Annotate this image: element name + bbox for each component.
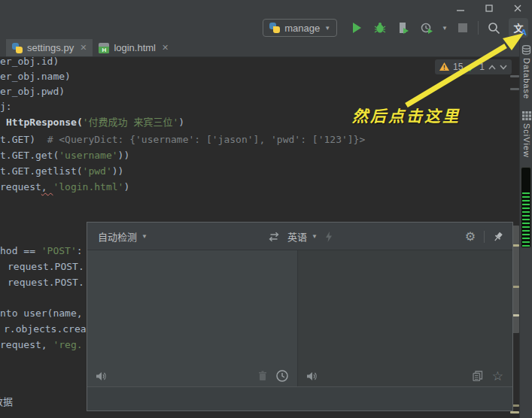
minimize-button[interactable] <box>446 0 475 17</box>
speaker-icon[interactable] <box>96 371 108 381</box>
translation-popup-body: ☆ <box>87 250 512 388</box>
search-everywhere-button[interactable] <box>485 20 502 36</box>
tab-settings-py[interactable]: settings.py ✕ <box>6 39 93 56</box>
history-clock-icon[interactable] <box>276 370 288 382</box>
result-pane-toolbar: ☆ <box>298 367 512 385</box>
copy-icon[interactable] <box>473 371 483 381</box>
close-button[interactable] <box>503 0 532 17</box>
run-with-coverage-button[interactable] <box>395 20 412 36</box>
tab-label: settings.py <box>27 42 74 53</box>
tab-login-html[interactable]: H login.html ✕ <box>93 39 175 56</box>
translation-popup-footer <box>87 386 512 410</box>
check-count: 1 <box>479 62 485 72</box>
speaker-icon[interactable] <box>307 371 318 381</box>
code-line: er_obj.name) <box>0 71 71 83</box>
pin-icon[interactable] <box>493 232 503 242</box>
stop-button[interactable] <box>454 20 471 36</box>
minimize-icon <box>457 5 464 12</box>
run-icon <box>353 23 361 33</box>
check-icon <box>467 63 476 71</box>
python-file-icon <box>12 43 23 53</box>
tool-window-label: Database <box>522 58 531 99</box>
bug-icon <box>374 22 386 34</box>
code-line: er_obj.id) <box>0 56 59 68</box>
code-line: 数据 <box>0 396 13 408</box>
scrollbar-mark <box>510 75 519 77</box>
target-language-select[interactable]: 英语 ▼ <box>287 229 318 244</box>
tool-window-database[interactable]: Database <box>520 45 532 99</box>
code-line: request, 'reg. <box>0 339 83 351</box>
swap-languages-icon[interactable] <box>268 232 280 242</box>
tool-window-stripe: Database SciView <box>519 39 532 418</box>
code-line: nto user(name, <box>0 307 83 320</box>
code-line: request.POST. <box>8 261 84 273</box>
grid-icon <box>522 111 531 120</box>
translation-popup-header: 自动检测 ▼ 英语 ▼ ⚙ <box>87 223 512 250</box>
source-language-select[interactable]: 自动检测 ▼ <box>98 229 147 244</box>
run-configuration-select[interactable]: manage ▼ <box>263 19 337 37</box>
code-line: t.GET) # <QueryDict: {'username': ['jaso… <box>0 134 365 146</box>
title-bar <box>0 0 532 17</box>
tool-window-label: SciView <box>522 123 531 158</box>
code-line: t.GET.get('username')) <box>0 150 129 162</box>
code-line: r.objects.creat <box>4 323 92 335</box>
code-line: t.GET.getlist('pwd')) <box>0 165 123 177</box>
favorite-star-icon[interactable]: ☆ <box>492 370 503 383</box>
code-line: er_obj.pwd) <box>0 86 65 98</box>
source-text-pane[interactable] <box>87 250 298 388</box>
source-language-label: 自动检测 <box>98 229 137 244</box>
translate-button[interactable]: 文 A <box>509 18 528 38</box>
close-tab-icon[interactable]: ✕ <box>162 43 169 53</box>
language-switch-group: 英语 ▼ <box>268 223 333 250</box>
warning-count: 15 <box>453 62 463 72</box>
close-icon <box>514 5 521 12</box>
warning-icon <box>439 62 449 71</box>
result-text-pane: ☆ <box>298 250 512 388</box>
code-line: request.POST. <box>8 277 84 289</box>
translate-a-icon: A <box>521 28 527 37</box>
html-file-icon: H <box>99 43 109 53</box>
activity-meter-bars <box>522 192 530 247</box>
database-icon <box>521 45 531 55</box>
profile-chevron-down-icon[interactable]: ▼ <box>442 25 448 32</box>
source-pane-toolbar <box>87 367 297 385</box>
trash-icon[interactable] <box>258 371 267 381</box>
scrollbar-mark <box>510 88 519 90</box>
close-tab-icon[interactable]: ✕ <box>80 43 87 53</box>
settings-gear-icon[interactable]: ⚙ <box>465 231 476 243</box>
debug-button[interactable] <box>372 20 388 36</box>
prev-issue-chevron-up-icon[interactable] <box>488 65 496 70</box>
stop-icon <box>458 23 467 32</box>
profiler-icon <box>421 22 433 34</box>
tool-window-sciview[interactable]: SciView <box>520 111 532 158</box>
code-line: j: <box>0 101 12 113</box>
toolbar-separator <box>478 21 479 35</box>
window-controls <box>446 0 532 17</box>
profile-button[interactable] <box>418 20 435 36</box>
header-separator <box>484 231 485 243</box>
instant-translate-lightning-icon[interactable] <box>325 232 333 242</box>
target-language-label: 英语 <box>287 229 307 244</box>
python-icon <box>269 23 280 33</box>
annotation-text: 然后点击这里 <box>352 104 461 126</box>
pycharm-window: manage ▼ ▼ <box>0 0 532 418</box>
maximize-icon <box>485 5 493 12</box>
main-toolbar: manage ▼ ▼ <box>0 17 532 39</box>
inspections-widget[interactable]: 15 1 <box>435 59 512 74</box>
popup-header-actions: ⚙ <box>465 223 503 250</box>
code-line: request, 'login.html') <box>0 181 129 193</box>
run-configuration-label: manage <box>284 23 320 34</box>
chevron-down-icon: ▼ <box>141 233 147 240</box>
tab-label: login.html <box>114 42 156 53</box>
chevron-down-icon: ▼ <box>312 233 318 240</box>
code-line: HttpResponse('付费成功 来宾三位') <box>6 117 184 129</box>
coverage-icon <box>397 22 409 34</box>
warning-stripe-mark <box>510 411 519 413</box>
run-button[interactable] <box>348 20 365 36</box>
maximize-button[interactable] <box>475 0 503 17</box>
code-line: hod == 'POST': <box>0 245 83 257</box>
search-icon <box>488 22 500 35</box>
chevron-down-icon: ▼ <box>324 25 330 32</box>
next-issue-chevron-down-icon[interactable] <box>500 65 507 70</box>
translation-popup: 自动检测 ▼ 英语 ▼ ⚙ <box>87 222 513 411</box>
